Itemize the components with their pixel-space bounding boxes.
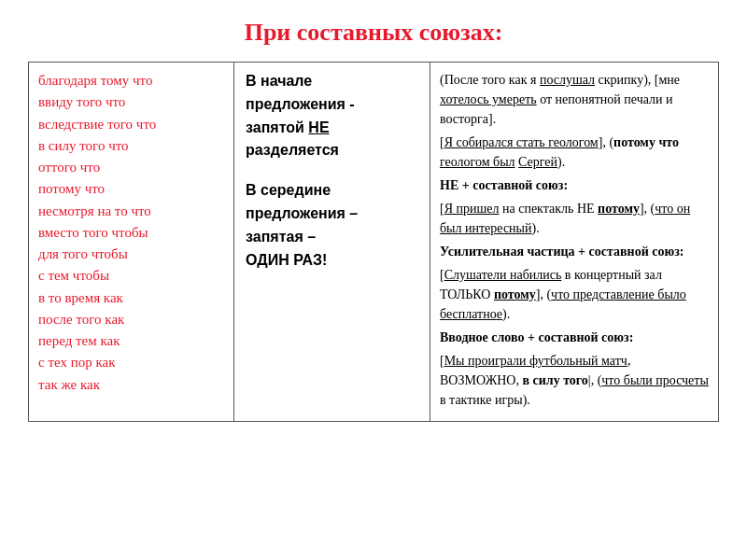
col2-rule1: В началепредложения -запятой НЕразделяет… xyxy=(246,70,418,162)
table-row: благодаря тому что ввиду того что вследс… xyxy=(29,63,718,421)
col1-conjunctions: благодаря тому что ввиду того что вследс… xyxy=(29,63,234,421)
page-title: При составных союзах: xyxy=(245,19,503,47)
col2-rule2: В серединепредложения –запятая –ОДИН РАЗ… xyxy=(246,179,418,272)
page: При составных союзах: благодаря тому что… xyxy=(0,0,747,560)
col1-text: благодаря тому что ввиду того что вследс… xyxy=(38,73,156,392)
col2-rules: В началепредложения -запятой НЕразделяет… xyxy=(234,63,430,421)
main-table: благодаря тому что ввиду того что вследс… xyxy=(28,62,719,422)
col3-examples: (После того как я послушал скрипку), [мн… xyxy=(430,63,718,421)
